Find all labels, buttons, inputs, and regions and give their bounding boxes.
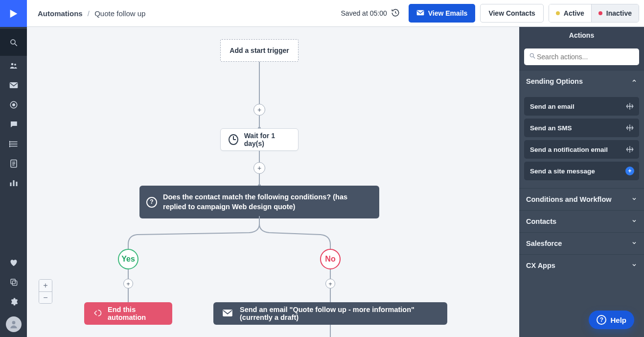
nav-lists[interactable]: [0, 134, 27, 154]
mail-icon: [222, 309, 233, 318]
branch-connector: [27, 27, 519, 337]
rail-bottom-group: [0, 253, 27, 337]
section-title: Salesforce: [526, 240, 562, 247]
action-label: Send a site message: [530, 168, 595, 175]
actions-panel: Actions Sending Options Send an email Se…: [519, 27, 644, 337]
add-action-icon[interactable]: +: [625, 167, 634, 175]
section-sending-options-header[interactable]: Sending Options: [519, 71, 644, 92]
breadcrumb-root[interactable]: Automations: [38, 9, 83, 18]
rail-top-group: [0, 29, 27, 193]
drag-handle-icon: [625, 123, 634, 132]
section-contacts-header[interactable]: Contacts: [519, 211, 644, 232]
send-email-node[interactable]: Send an email "Quote follow up - more in…: [213, 302, 447, 325]
nav-contacts[interactable]: [0, 56, 27, 75]
top-bar: Automations / Quote follow up Saved at 0…: [27, 0, 644, 27]
section-salesforce: Salesforce: [519, 232, 644, 254]
action-send-notification[interactable]: Send a notification email: [524, 140, 639, 159]
left-nav-rail: [0, 0, 27, 337]
branch-yes-label: Yes: [121, 255, 135, 264]
view-emails-label: View Emails: [428, 9, 468, 17]
brand-logo[interactable]: [0, 0, 27, 27]
svg-rect-25: [416, 10, 424, 16]
nav-mail[interactable]: [0, 75, 27, 95]
breadcrumb-leaf: Quote follow up: [94, 9, 145, 18]
svg-rect-18: [13, 180, 14, 186]
nav-reports[interactable]: [0, 173, 27, 193]
action-send-email[interactable]: Send an email: [524, 97, 639, 116]
section-title: Sending Options: [526, 77, 583, 85]
svg-point-6: [12, 104, 15, 106]
nav-pages[interactable]: [0, 154, 27, 173]
user-avatar[interactable]: [6, 316, 22, 332]
help-label: Help: [610, 316, 626, 324]
branch-yes[interactable]: Yes: [118, 249, 138, 269]
action-send-site-message[interactable]: Send a site message+: [524, 162, 639, 180]
status-inactive[interactable]: Inactive: [591, 4, 639, 22]
end-icon: [93, 309, 102, 319]
svg-line-28: [533, 57, 535, 59]
status-inactive-label: Inactive: [606, 9, 632, 17]
drag-handle-icon: [625, 145, 634, 154]
flow-canvas[interactable]: Add a start trigger + Wait for 1 day(s) …: [27, 27, 519, 337]
end-automation-label: End this automation: [108, 306, 163, 321]
zoom-out-button[interactable]: −: [39, 291, 52, 303]
connector: [330, 289, 331, 302]
action-label: Send a notification email: [530, 146, 608, 153]
nav-settings[interactable]: [0, 292, 27, 312]
view-contacts-button[interactable]: View Contacts: [480, 4, 543, 23]
breadcrumb: Automations / Quote follow up: [38, 9, 145, 18]
nav-favorites[interactable]: [0, 253, 27, 272]
section-conditions-header[interactable]: Conditions and Workflow: [519, 189, 644, 210]
svg-point-10: [9, 141, 10, 142]
nav-search[interactable]: [0, 29, 27, 56]
svg-point-3: [14, 64, 16, 66]
svg-rect-4: [9, 82, 18, 88]
chevron-down-icon: [631, 262, 637, 269]
branch-no-label: No: [325, 255, 335, 264]
svg-rect-17: [10, 183, 11, 187]
status-active[interactable]: Active: [549, 4, 591, 22]
zoom-controls: + −: [39, 279, 52, 304]
action-label: Send an email: [530, 103, 575, 110]
drag-handle-icon: [625, 102, 634, 111]
section-sending-options: Sending Options Send an email Send an SM…: [519, 70, 644, 188]
svg-rect-21: [12, 281, 17, 285]
history-icon[interactable]: [391, 8, 400, 19]
search-icon: [529, 52, 536, 61]
svg-rect-20: [11, 279, 15, 284]
saved-status: Saved at 05:00: [341, 8, 400, 19]
chevron-down-icon: [631, 240, 637, 247]
nav-automations[interactable]: [0, 95, 27, 115]
help-button[interactable]: ? Help: [589, 311, 634, 329]
action-label: Send an SMS: [530, 124, 572, 132]
saved-text: Saved at 05:00: [341, 9, 387, 17]
nav-conversations[interactable]: [0, 115, 27, 134]
chevron-up-icon: [631, 77, 637, 85]
status-active-dot: [556, 11, 560, 15]
chevron-down-icon: [631, 195, 637, 203]
branch-no[interactable]: No: [320, 249, 341, 269]
connector: [330, 325, 331, 337]
svg-rect-19: [16, 182, 17, 186]
connector: [330, 269, 331, 279]
chevron-down-icon: [631, 217, 637, 225]
section-contacts: Contacts: [519, 210, 644, 232]
svg-point-27: [530, 53, 533, 57]
actions-panel-title: Actions: [519, 27, 644, 44]
nav-copy[interactable]: [0, 272, 27, 292]
section-title: Contacts: [526, 217, 556, 225]
section-cx-apps-header[interactable]: CX Apps: [519, 255, 644, 276]
section-salesforce-header[interactable]: Salesforce: [519, 233, 644, 254]
connector: [128, 289, 129, 302]
view-emails-button[interactable]: View Emails: [409, 4, 476, 23]
action-send-sms[interactable]: Send an SMS: [524, 119, 639, 137]
end-automation-node[interactable]: End this automation: [84, 302, 172, 325]
svg-point-2: [11, 63, 13, 66]
help-icon: ?: [597, 315, 606, 325]
add-step-no[interactable]: +: [325, 279, 335, 289]
connector: [128, 269, 129, 279]
mail-icon: [416, 9, 424, 17]
add-step-yes[interactable]: +: [123, 279, 133, 289]
actions-search-input[interactable]: [536, 52, 634, 61]
zoom-in-button[interactable]: +: [39, 280, 52, 291]
